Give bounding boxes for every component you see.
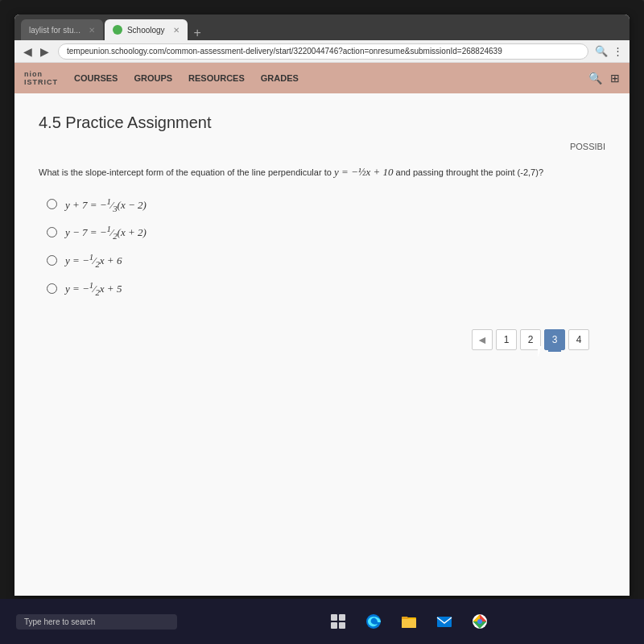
pagination-prev-button[interactable]: ◄ [472, 329, 493, 350]
main-nav-links: COURSES GROUPS RESOURCES GRADES [74, 73, 299, 83]
tab-schoology-label: Schoology [127, 26, 165, 35]
list-item[interactable]: y + 7 = −1⁄3(x − 2) [47, 196, 605, 213]
question-text: What is the slope-intercept form of the … [39, 164, 605, 180]
radio-choice-a[interactable] [47, 199, 57, 209]
new-tab-button[interactable]: + [189, 26, 206, 40]
answer-choices-list: y + 7 = −1⁄3(x − 2) y − 7 = −1⁄2(x + 2) … [47, 196, 605, 298]
radio-choice-b[interactable] [47, 227, 57, 237]
radio-choice-d[interactable] [47, 283, 57, 294]
nav-grid-icon[interactable]: ⊞ [610, 72, 620, 85]
chrome-icon[interactable] [468, 609, 492, 634]
schoology-favicon [113, 25, 122, 35]
nav-courses[interactable]: COURSES [74, 73, 118, 83]
tab-label: laylist for stu... [29, 26, 80, 35]
choice-c-text: y = −1⁄2x + 6 [65, 252, 122, 269]
taskbar-icon-list [326, 609, 492, 634]
assignment-title: 4.5 Practice Assignment [39, 114, 605, 132]
nav-search-icon[interactable]: 🔍 [588, 72, 602, 85]
file-explorer-icon[interactable] [397, 609, 421, 634]
taskbar: Type here to search [0, 599, 644, 644]
back-button[interactable]: ◀ [21, 45, 35, 58]
tab-playlist[interactable]: laylist for stu... ✕ [21, 19, 103, 40]
nav-grades[interactable]: GRADES [261, 73, 299, 83]
choice-a-text: y + 7 = −1⁄3(x − 2) [65, 196, 147, 213]
list-item[interactable]: y = −1⁄2x + 6 [47, 252, 605, 269]
pagination: ◄ 1 2 3 4 [39, 329, 605, 350]
svg-point-10 [477, 619, 482, 624]
svg-rect-2 [331, 622, 337, 629]
tab-schoology[interactable]: Schoology ✕ [105, 19, 188, 40]
browser-tab-bar: laylist for stu... ✕ Schoology ✕ + [14, 14, 630, 40]
tab-schoology-close-btn[interactable]: ✕ [173, 26, 180, 35]
choice-b-text: y − 7 = −1⁄2(x + 2) [65, 224, 147, 241]
tab-list: laylist for stu... ✕ Schoology ✕ + [21, 14, 623, 40]
forward-button[interactable]: ▶ [38, 45, 52, 58]
svg-rect-6 [402, 619, 416, 628]
svg-rect-7 [437, 617, 452, 627]
address-input[interactable] [58, 43, 588, 60]
taskbar-search[interactable]: Type here to search [16, 614, 177, 630]
browser-actions: 🔍 ⋮ [595, 45, 623, 57]
tab-close-btn[interactable]: ✕ [89, 26, 95, 35]
main-content: 4.5 Practice Assignment POSSIBI What is … [14, 93, 630, 596]
browser-window: laylist for stu... ✕ Schoology ✕ + ◀ ▶ 🔍… [14, 14, 630, 596]
schoology-logo: nion ISTRICT [24, 70, 58, 86]
pagination-page-2[interactable]: 2 [520, 329, 541, 350]
svg-rect-0 [331, 614, 337, 621]
logo-text: nion [24, 70, 58, 78]
svg-rect-1 [339, 614, 345, 621]
nav-groups[interactable]: GROUPS [134, 73, 172, 83]
nav-buttons: ◀ ▶ [21, 45, 52, 58]
choice-d-text: y = −1⁄2x + 5 [65, 280, 122, 297]
question-equation: y = −½x + 10 [334, 166, 394, 178]
logo-subtext: ISTRICT [24, 78, 58, 86]
list-item[interactable]: y − 7 = −1⁄2(x + 2) [47, 224, 605, 241]
pagination-page-3[interactable]: 3 [544, 329, 565, 350]
pagination-page-4[interactable]: 4 [568, 329, 589, 350]
address-bar-row: ◀ ▶ 🔍 ⋮ [14, 40, 630, 63]
edge-icon[interactable] [361, 609, 386, 634]
mail-icon[interactable] [432, 609, 456, 634]
list-item[interactable]: y = −1⁄2x + 5 [47, 280, 605, 297]
browser-menu-icon[interactable]: ⋮ [613, 45, 623, 57]
browser-search-icon[interactable]: 🔍 [595, 45, 608, 57]
schoology-navbar: nion ISTRICT COURSES GROUPS RESOURCES GR… [14, 63, 630, 93]
task-view-icon[interactable] [326, 609, 350, 634]
nav-right-actions: 🔍 ⊞ [588, 72, 620, 85]
nav-resources[interactable]: RESOURCES [188, 73, 245, 83]
pagination-page-1[interactable]: 1 [496, 329, 517, 350]
possible-points: POSSIBI [39, 142, 605, 151]
radio-choice-c[interactable] [47, 255, 57, 266]
svg-rect-3 [339, 622, 345, 629]
